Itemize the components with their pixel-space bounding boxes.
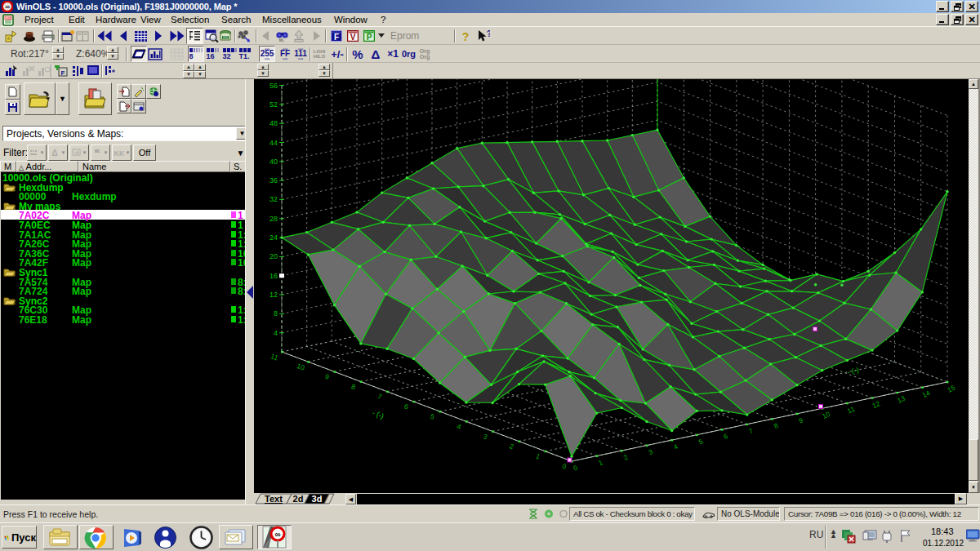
svg-text:∞: ∞ [274, 530, 280, 539]
svg-text:Text: Text [265, 494, 283, 504]
svg-text:?: ? [462, 30, 470, 42]
svg-text:32: 32 [270, 195, 278, 203]
svg-text:56: 56 [270, 82, 278, 90]
svg-text:12: 12 [270, 291, 278, 299]
svg-text:48: 48 [270, 119, 278, 127]
svg-text:F: F [61, 69, 65, 77]
svg-text:24: 24 [270, 233, 278, 242]
svg-text:till..: till.. [279, 38, 286, 42]
svg-text:36: 36 [270, 176, 278, 184]
svg-text:KK: KK [114, 149, 124, 157]
svg-text:4: 4 [274, 329, 278, 337]
svg-text:F: F [334, 33, 339, 42]
svg-text:20: 20 [270, 252, 278, 260]
svg-text:16: 16 [270, 272, 278, 280]
svg-text:∞: ∞ [5, 3, 10, 11]
svg-text:3d: 3d [312, 494, 323, 504]
svg-text:40: 40 [270, 158, 278, 166]
svg-text:Δ: Δ [51, 149, 57, 157]
svg-text:52: 52 [270, 100, 278, 109]
svg-text:?: ? [487, 29, 490, 38]
svg-text:101: 101 [6, 16, 11, 20]
svg-text:28: 28 [270, 215, 278, 223]
svg-text:2d: 2d [293, 494, 304, 504]
svg-text:V: V [350, 33, 356, 42]
svg-text:P: P [367, 33, 372, 42]
svg-text:44: 44 [270, 139, 278, 147]
svg-text:8: 8 [274, 309, 278, 318]
